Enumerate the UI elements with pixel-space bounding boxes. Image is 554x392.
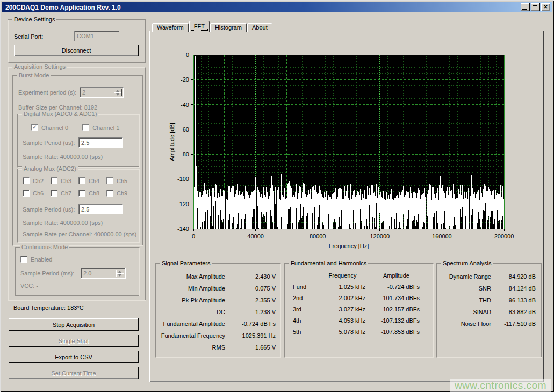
y-tick-label: -20 — [181, 76, 189, 83]
x-axis-label: Frequency [Hz] — [329, 243, 369, 249]
param-value: 0.075 V — [225, 285, 280, 292]
checkbox-channel-0: ✓Channel 0 — [31, 124, 68, 131]
param-label: SNR — [437, 285, 491, 292]
spin-down-icon — [116, 273, 124, 277]
x-tick-label: 200000 — [494, 233, 514, 239]
param-label: RMS — [156, 344, 225, 351]
checkbox-label: Channel 1 — [92, 125, 119, 131]
param-row: THD-96.133 dB — [437, 294, 541, 306]
param-label: SINAD — [437, 309, 491, 315]
harmonics-amplitude-header: Amplitude — [365, 272, 433, 279]
param-row: Min Amplitude0.075 V — [156, 282, 280, 294]
continuous-enabled-checkbox: Enabled — [20, 256, 52, 263]
y-tick-label: -100 — [177, 176, 189, 182]
param-row: Pk-Pk Amplitude2.355 V — [156, 294, 280, 306]
param-label: THD — [437, 297, 491, 303]
param-value: 84.920 dB — [491, 273, 541, 280]
harmonic-frequency: 3.027 kHz — [320, 306, 365, 313]
title-bar[interactable]: 200CDAQ1 Demo Application Rev. 1.0 ✕ — [2, 2, 552, 12]
export-to-csv-button[interactable]: Export to CSV — [9, 351, 139, 363]
param-row: Fundamental Frequency1025.391 Hz — [156, 330, 280, 342]
param-label: Pk-Pk Amplitude — [156, 297, 225, 303]
tab-about[interactable]: About — [247, 23, 272, 32]
checkbox-ch2: Ch2 — [23, 177, 51, 184]
minimize-button[interactable] — [521, 3, 530, 11]
harmonic-order: 3rd — [285, 306, 320, 313]
checkbox-label: Ch7 — [61, 190, 71, 197]
harmonic-frequency: 2.002 kHz — [320, 295, 365, 301]
digital-mux-channels: ✓Channel 0Channel 1 — [31, 124, 119, 131]
checkbox-ch6: Ch6 — [23, 190, 51, 197]
param-label: Dynamic Range — [437, 273, 491, 280]
tab-strip: WaveformFFTHistogramAbout — [152, 21, 273, 32]
close-button[interactable]: ✕ — [541, 3, 550, 11]
checkbox-ch9: Ch9 — [106, 190, 134, 197]
disconnect-button[interactable]: Disconnect — [14, 45, 139, 56]
tab-histogram[interactable]: Histogram — [210, 23, 247, 32]
param-value: 1.238 V — [225, 309, 280, 315]
signal-parameters-group: Signal Parameters Max Amplitude2.430 VMi… — [155, 263, 281, 358]
param-value: 1.665 V — [225, 344, 280, 351]
checkbox-icon — [78, 177, 85, 184]
param-label: Min Amplitude — [156, 285, 225, 292]
signal-parameters-rows: Max Amplitude2.430 VMin Amplitude0.075 V… — [156, 264, 280, 353]
analog-sample-period-label: Sample Period (us): — [23, 206, 75, 213]
param-label: Noise Floor — [437, 321, 491, 327]
serial-port-label: Serial Port: — [14, 33, 43, 40]
checkbox-icon — [51, 177, 57, 184]
continuous-sample-period-input: 2.0 — [81, 268, 126, 279]
harmonic-frequency: 4.053 kHz — [320, 317, 365, 324]
param-row: Noise Floor-117.510 dB — [437, 318, 541, 330]
checkbox-ch3: Ch3 — [51, 177, 78, 184]
app-window: 200CDAQ1 Demo Application Rev. 1.0 ✕ Dev… — [0, 0, 554, 392]
param-label: Fundamental Amplitude — [156, 321, 225, 327]
acquisition-settings-group: Acquisition Settings Burst Mode Experime… — [8, 67, 146, 301]
param-value: -0.724 dB Fs — [225, 321, 280, 327]
param-row: SINAD83.882 dB — [437, 306, 541, 318]
y-tick-label: -140 — [177, 226, 189, 232]
tab-fft[interactable]: FFT — [189, 21, 210, 32]
analog-mux-group: Analog Mux (ADC2) Ch2Ch3Ch4Ch5Ch6Ch7Ch8C… — [17, 169, 140, 243]
fft-chart: 0-20-40-60-80-100-120-140040000800001200… — [168, 52, 522, 251]
harmonic-row: 4th4.053 kHz-107.132 dBFs — [285, 315, 433, 326]
param-label: DC — [156, 309, 225, 315]
burst-mode-group: Burst Mode Experiment period (s): 2 Buff… — [12, 75, 143, 246]
checkbox-ch7: Ch7 — [51, 190, 78, 197]
digital-sample-rate-text: Sample Rate: 400000.00 (sps) — [23, 154, 103, 160]
close-icon: ✕ — [541, 3, 550, 11]
harmonics-frequency-header: Frequency — [320, 272, 365, 279]
experiment-period-input: 2 — [80, 87, 124, 98]
continuous-sample-period-label: Sample Period (ms): — [20, 270, 74, 277]
window-title: 200CDAQ1 Demo Application Rev. 1.0 — [4, 4, 520, 11]
harmonic-amplitude: -101.734 dBFs — [365, 295, 433, 301]
checkbox-label: Ch5 — [117, 178, 127, 184]
checkbox-icon — [23, 190, 30, 197]
maximize-button[interactable] — [531, 3, 540, 11]
checkbox-icon: ✓ — [31, 124, 38, 131]
spin-down-icon — [114, 92, 122, 96]
serial-port-input: COM1 — [74, 31, 119, 41]
stop-acquisition-button[interactable]: Stop Acquisition — [9, 318, 139, 331]
analog-mux-legend: Analog Mux (ADC2) — [22, 165, 78, 172]
param-value: 83.882 dB — [491, 309, 541, 315]
param-row: Fundamental Amplitude-0.724 dB Fs — [156, 318, 280, 330]
continuous-mode-legend: Continuous Mode — [20, 244, 69, 251]
single-shot-button: Single Shot — [9, 335, 139, 347]
checkbox-label: Ch4 — [89, 178, 99, 184]
spin-up-icon — [114, 89, 122, 92]
param-label: Fundamental Frequency — [156, 332, 225, 339]
harmonic-frequency: 1.025 kHz — [320, 284, 365, 290]
checkbox-icon — [20, 256, 27, 263]
tab-waveform[interactable]: Waveform — [152, 23, 189, 32]
param-value: 2.355 V — [225, 297, 280, 303]
x-tick-label: 80000 — [310, 233, 326, 239]
harmonic-frequency: 5.078 kHz — [320, 329, 365, 335]
param-label: Max Amplitude — [156, 273, 225, 280]
harmonic-row: 5th5.078 kHz-107.853 dBFs — [285, 326, 433, 337]
param-value: -96.133 dB — [491, 297, 541, 303]
checkbox-ch5: Ch5 — [106, 177, 134, 184]
buffer-size-text: Buffer Size per Channel: 8192 — [18, 104, 97, 111]
harmonic-amplitude: -102.157 dBFs — [365, 306, 433, 313]
harmonic-row: Fund1.025 kHz-0.724 dBFs — [285, 281, 433, 292]
y-tick-label: -120 — [177, 201, 189, 207]
